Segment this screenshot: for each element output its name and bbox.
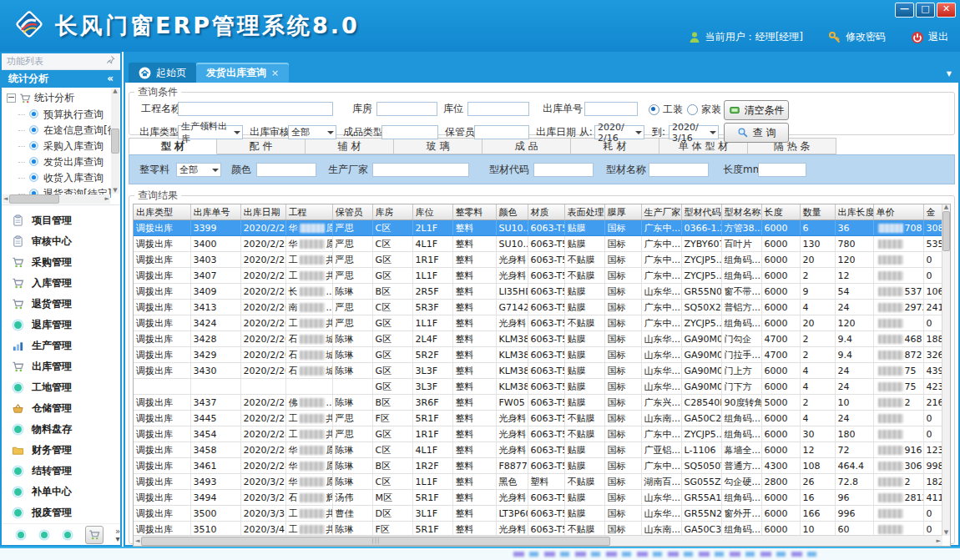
cell[interactable]: 调拨出库 bbox=[134, 220, 190, 236]
column-header[interactable]: 材质 bbox=[528, 204, 564, 220]
cell[interactable]: 广东中... bbox=[641, 458, 681, 474]
table-row[interactable]: 调拨出库34292020/2/26石城陈琳G区5R2F整料KLM38176063… bbox=[134, 347, 942, 363]
cell[interactable]: 广东中... bbox=[641, 252, 681, 268]
cell[interactable]: C28540B bbox=[681, 395, 721, 411]
cell[interactable]: 工共工程 bbox=[285, 506, 332, 522]
cell[interactable]: 调拨出库 bbox=[134, 331, 190, 347]
cell[interactable]: 998 bbox=[923, 458, 942, 474]
cell[interactable]: C区 bbox=[372, 442, 412, 458]
cell[interactable]: G区 bbox=[372, 347, 412, 363]
cell[interactable]: 华原... bbox=[285, 442, 332, 458]
cell[interactable]: 1R2F bbox=[412, 458, 452, 474]
cell[interactable]: 陈琳 bbox=[332, 395, 372, 411]
cell[interactable]: 5R3F bbox=[412, 300, 452, 315]
sidebar-menu-item[interactable]: 入库管理 bbox=[2, 273, 120, 294]
cell[interactable]: 国标 bbox=[604, 347, 641, 363]
cell[interactable]: 6000 bbox=[761, 379, 800, 395]
cell[interactable]: 严思 bbox=[332, 411, 372, 426]
profile-code-input[interactable] bbox=[533, 163, 594, 177]
cell[interactable]: SU10... bbox=[496, 220, 528, 236]
product-type-input[interactable] bbox=[381, 125, 438, 139]
cell[interactable]: 3500 bbox=[190, 506, 240, 522]
color-input[interactable] bbox=[256, 163, 316, 177]
cell[interactable]: 工共工程 bbox=[285, 268, 332, 284]
cell[interactable]: 严思 bbox=[332, 300, 372, 315]
cell[interactable] bbox=[873, 315, 923, 331]
cell[interactable]: 108 bbox=[800, 458, 835, 474]
tree-expander-icon[interactable] bbox=[7, 93, 16, 103]
material-tab[interactable]: 辅 材 bbox=[306, 138, 394, 154]
cell[interactable]: 不贴膜 bbox=[564, 474, 604, 490]
cell[interactable]: 3461 bbox=[190, 458, 240, 474]
cell[interactable] bbox=[332, 379, 372, 395]
cell[interactable]: 普通方... bbox=[721, 458, 761, 474]
cell[interactable]: 华原... bbox=[285, 474, 332, 490]
cell[interactable]: 国标 bbox=[604, 506, 641, 522]
cell[interactable] bbox=[873, 252, 923, 268]
cell[interactable]: 工共工程 bbox=[285, 252, 332, 268]
cell[interactable]: 贴膜 bbox=[564, 331, 604, 347]
cell[interactable]: 国标 bbox=[604, 442, 641, 458]
cell[interactable]: 整料 bbox=[452, 490, 496, 506]
cell[interactable]: 2020/2/27 bbox=[240, 395, 285, 411]
radio-jiazhuang[interactable]: 家装 bbox=[687, 103, 721, 115]
cell[interactable]: 组角码... bbox=[721, 411, 761, 426]
table-row[interactable]: 调拨出库34582020/2/28华原...陈琳C区4L1F整料光身料6063-… bbox=[134, 442, 942, 458]
cell[interactable]: 5R1F bbox=[412, 490, 452, 506]
close-button[interactable]: ✕ bbox=[937, 3, 956, 18]
table-row[interactable]: 调拨出库34372020/2/27佛...陈琳B区3R6F整料FW056063-… bbox=[134, 395, 942, 411]
cell[interactable]: 0 bbox=[923, 411, 942, 426]
cell[interactable]: 2020/2/26 bbox=[240, 363, 285, 379]
cell[interactable]: 308 bbox=[923, 220, 942, 236]
cell[interactable]: 陈琳 bbox=[332, 363, 372, 379]
cell[interactable]: 陈琳 bbox=[332, 442, 372, 458]
tab-close-icon[interactable]: × bbox=[271, 68, 279, 78]
cell[interactable]: 0 bbox=[923, 252, 942, 268]
cell[interactable]: 872 bbox=[873, 347, 923, 363]
cell[interactable]: 普铝方... bbox=[721, 300, 761, 315]
cart-shortcut-button[interactable] bbox=[85, 526, 104, 544]
cell[interactable]: 2 bbox=[800, 268, 835, 284]
cell[interactable]: 6063-T5 bbox=[528, 442, 564, 458]
cell[interactable]: 4700 bbox=[761, 331, 800, 347]
cell[interactable]: 调拨出库 bbox=[134, 236, 190, 252]
cell[interactable]: 3L1F bbox=[412, 506, 452, 522]
cell[interactable]: 2 bbox=[800, 395, 835, 411]
column-header[interactable]: 库位 bbox=[412, 204, 452, 220]
cell[interactable]: 华原... bbox=[285, 220, 332, 236]
cell[interactable]: 南... bbox=[285, 300, 332, 315]
cell[interactable]: 广东中... bbox=[641, 315, 681, 331]
cell[interactable]: 贴膜 bbox=[564, 442, 604, 458]
column-header[interactable]: 金 bbox=[923, 204, 942, 220]
cell[interactable] bbox=[873, 411, 923, 426]
cell[interactable]: 整料 bbox=[452, 474, 496, 490]
cell[interactable]: 120 bbox=[835, 315, 873, 331]
tree-item[interactable]: 收货入库查询 bbox=[7, 170, 120, 186]
cell[interactable]: 光身料 bbox=[496, 411, 528, 426]
cell[interactable]: 2L1F bbox=[412, 220, 452, 236]
cell[interactable]: 贴膜 bbox=[564, 236, 604, 252]
cell[interactable]: 2020/2/28 bbox=[240, 442, 285, 458]
column-header[interactable]: 型材名称 bbox=[721, 204, 761, 220]
sidebar-menu-item[interactable]: 生产管理 bbox=[2, 335, 120, 356]
tab-list-dropdown-icon[interactable]: ▼ bbox=[947, 70, 952, 78]
cell[interactable]: 塑料 bbox=[528, 474, 564, 490]
table-row[interactable]: 调拨出库35002020/3/3工共工程曹佳D区3L1F整料LT3P606063… bbox=[134, 506, 942, 522]
cell[interactable]: 6063-T5 bbox=[528, 395, 564, 411]
cell[interactable]: 不贴膜 bbox=[564, 315, 604, 331]
cell[interactable]: 调拨出库 bbox=[134, 347, 190, 363]
cell[interactable]: 整料 bbox=[452, 268, 496, 284]
cell[interactable]: 广东中... bbox=[641, 236, 681, 252]
cell[interactable]: 16 bbox=[800, 490, 835, 506]
tree-item[interactable]: 在途信息查询[待 bbox=[7, 123, 120, 139]
cell[interactable]: 188 bbox=[923, 331, 942, 347]
cell[interactable]: 山东华... bbox=[641, 490, 681, 506]
cell[interactable]: M区 bbox=[372, 490, 412, 506]
column-header[interactable]: 出库类型 bbox=[134, 204, 190, 220]
cell[interactable]: 2020/2/26 bbox=[240, 347, 285, 363]
cell[interactable]: L-1106 bbox=[681, 442, 721, 458]
table-row[interactable]: 调拨出库34942020/3/2石辉城汤伟M区5R1F整料光身料6063-T5贴… bbox=[134, 490, 942, 506]
dot-icon[interactable] bbox=[15, 529, 27, 541]
cell[interactable]: 6000 bbox=[761, 252, 800, 268]
cell[interactable]: 996 bbox=[835, 506, 873, 522]
